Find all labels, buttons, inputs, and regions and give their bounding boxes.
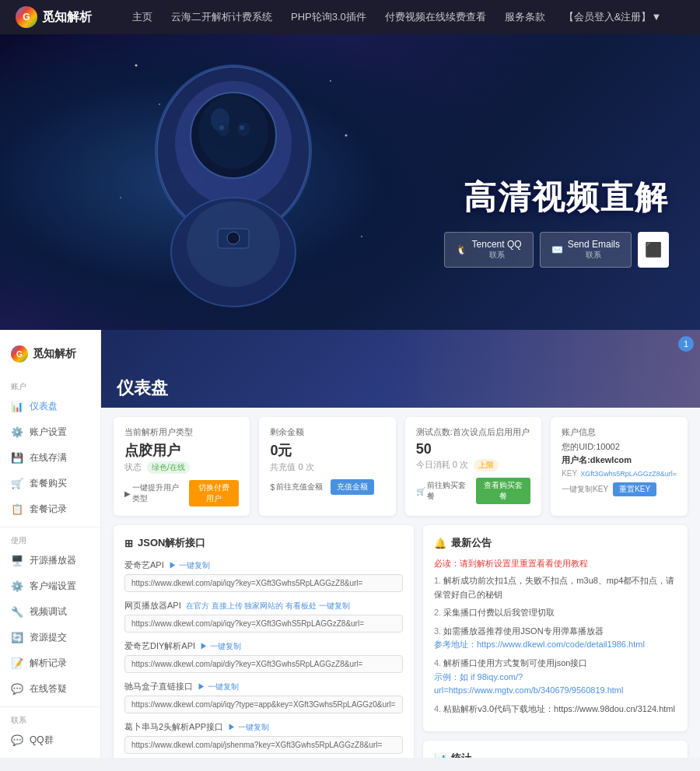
notice-panel-title: 🔔 最新公告 [434,536,677,550]
api-label-1: 网页播放器API [124,600,181,612]
sidebar-parse-label: 解析记录 [30,657,67,670]
sidebar-qq-label: QQ群 [30,734,54,747]
api-more-3[interactable]: ▶ 一键复制 [198,682,239,692]
svg-point-19 [240,125,244,130]
points-limit-badge: 上限 [474,459,499,471]
api-more-1[interactable]: 在官方 直接上传 独家网站的 有看板处 一键复制 [186,601,350,612]
sidebar-site-name: 觅知解析 [33,347,76,361]
qq-icon: 🐧 [456,244,467,255]
key-buttons: 一键复制KEY 重置KEY [562,482,677,496]
hero-qr-btn[interactable]: ⬛ [638,232,669,268]
main-content: 仪表盘 1 当前解析用户类型 点胶用户 状态 绿色/在线 ▶ 一键提升用户类型 … [101,330,700,758]
reset-key-btn[interactable]: 重置KEY [613,482,656,496]
svg-point-12 [159,103,160,105]
sidebar-item-package-records[interactable]: 📋 套餐记录 [0,496,100,522]
sidebar-save-label: 在线存满 [30,451,67,464]
api-item: 爱奇艺DIY解析API ▶ 一键复制 [124,640,403,673]
hero-right: 高清视频直解 🐧 Tencent QQ 联系 ✉️ Send Emails 联系… [444,176,669,268]
sidebar-item-video-debug[interactable]: 🔧 视频调试 [0,599,100,625]
sidebar-item-online-save[interactable]: 💾 在线存满 [0,445,100,471]
recharge-btn[interactable]: 充值金额 [331,479,374,495]
key-value: XGft3Gwhs5RpLAGGzZ8&url= [580,470,677,478]
stats-cards: 当前解析用户类型 点胶用户 状态 绿色/在线 ▶ 一键提升用户类型 切换付费用户… [101,408,700,525]
notice-num-4: 4. [434,704,443,713]
sidebar-item-qq-group[interactable]: 💬 QQ群 [0,727,100,753]
stat-card-points: 测试点数:首次设点后启用用户 50 今日消耗 0 次 上限 🛒 前往购买套餐 查… [405,417,541,516]
sidebar-section-contact: 联系 [0,712,100,727]
notice-link-3[interactable]: 示例：如 if 98iqy.com/?url=https://www.mgtv.… [434,672,623,696]
api-label-2: 爱奇艺DIY解析API [124,640,195,652]
sidebar-item-online-support[interactable]: 💬 在线答疑 [0,676,100,702]
nav-member[interactable]: 【会员登入&注册】▼ [555,0,671,34]
svg-point-9 [227,232,240,244]
nav-paid[interactable]: 付费视频在线续费查看 [376,0,495,34]
parse-icon: 📝 [11,657,23,669]
api-label-0: 爱奇艺API [124,559,164,571]
user-status-badge: 绿色/在线 [147,461,190,474]
switch-paid-btn[interactable]: 切换付费用户 [189,480,240,506]
nav-yunhai[interactable]: 云海二开解析计费系统 [162,0,282,34]
goto-package-link[interactable]: 🛒 前往购买套餐 [416,480,468,502]
support-icon: 💬 [11,683,23,695]
sidebar-divider-1 [0,527,100,527]
nav-php[interactable]: PHP轮询3.0插件 [282,0,376,34]
sidebar-section-account: 账户 [0,378,100,394]
dash-header: 仪表盘 1 [101,330,700,408]
sidebar-item-parse-records[interactable]: 📝 解析记录 [0,650,100,676]
api-input-1[interactable] [124,615,403,633]
api-input-4[interactable] [124,736,403,754]
api-more-4[interactable]: ▶ 一键复制 [228,722,269,733]
api-input-3[interactable] [124,696,403,713]
svg-point-13 [345,135,348,137]
api-label-4: 葛卜串马2头解析APP接口 [124,721,223,733]
svg-point-14 [120,197,121,198]
hero-email-btn[interactable]: ✉️ Send Emails 联系 [540,232,632,268]
balance-title: 剩余金额 [270,426,384,438]
sidebar-item-tutorial[interactable]: 📖 使用教程 [0,753,100,758]
dashboard-icon: 📊 [11,401,23,412]
notice-link-2[interactable]: 参考地址：https://www.dkewl.com/code/detail19… [434,640,645,649]
notice-item: 2. 采集播口付费以后我管理切取 [434,606,677,620]
submit-icon: 🔄 [11,632,23,643]
points-title: 测试点数:首次设点后启用用户 [416,426,530,438]
player-icon: 🖥️ [11,555,23,566]
api-input-0[interactable] [124,574,403,592]
api-item: 爱奇艺API ▶ 一键复制 [124,559,403,592]
stat-card-user-type: 当前解析用户类型 点胶用户 状态 绿色/在线 ▶ 一键提升用户类型 切换付费用户 [114,417,250,516]
sidebar-logo-icon: G [11,345,28,363]
sidebar-item-package-buy[interactable]: 🛒 套餐购买 [0,471,100,496]
sidebar-buy-label: 套餐购买 [30,477,67,490]
nav-home[interactable]: 主页 [123,0,162,34]
notice-item: 4. 粘贴解析v3.0代码下载地址：https://www.98dou.cn/3… [434,703,677,717]
hero-qq-btn[interactable]: 🐧 Tencent QQ 联系 [444,232,534,268]
main-nav: 主页 云海二开解析计费系统 PHP轮询3.0插件 付费视频在线续费查看 服务条款… [123,0,684,34]
api-more-2[interactable]: ▶ 一键复制 [200,641,241,652]
api-item: 驰马盒子直链接口 ▶ 一键复制 [124,681,403,713]
sidebar-account-label: 账户设置 [30,426,67,439]
buy-package-btn[interactable]: 查看购买套餐 [476,478,530,504]
email-btn-label: Send Emails [568,239,620,250]
notice-num-0: 1. [434,576,443,585]
key-label: KEY [562,469,577,478]
settings-icon: ⚙️ [11,426,23,438]
sidebar-client-label: 客户端设置 [30,580,76,593]
nav-service[interactable]: 服务条款 [495,0,555,34]
api-more-0[interactable]: ▶ 一键复制 [169,560,210,571]
notification-badge[interactable]: 1 [678,336,694,352]
save-icon: 💾 [11,452,23,464]
sidebar-item-resource-submit[interactable]: 🔄 资源提交 [0,625,100,650]
sidebar-item-account-settings[interactable]: ⚙️ 账户设置 [0,419,100,445]
api-items: 爱奇艺API ▶ 一键复制 网页播放器API 在官方 直接上传 独家网站的 有看… [124,559,403,758]
col-left: ⊞ JSON解析接口 爱奇艺API ▶ 一键复制 网页播放器API 在官方 直接… [114,525,414,758]
upgrade-user-link[interactable]: ▶ 一键提升用户类型 [124,482,181,504]
api-panel-label: JSON解析接口 [138,536,205,550]
sidebar-item-dashboard[interactable]: 📊 仪表盘 [0,394,100,419]
stats-icon: 📊 [434,753,446,758]
sidebar-item-client-settings[interactable]: ⚙️ 客户端设置 [0,573,100,599]
sidebar-item-player[interactable]: 🖥️ 开源播放器 [0,548,100,573]
goto-recharge-link[interactable]: $ 前往充值金额 [270,482,323,492]
api-label-3: 驰马盒子直链接口 [124,681,193,692]
qr-icon: ⬛ [645,241,662,258]
api-input-2[interactable] [124,655,403,673]
site-logo[interactable]: G 觅知解析 [16,6,92,28]
